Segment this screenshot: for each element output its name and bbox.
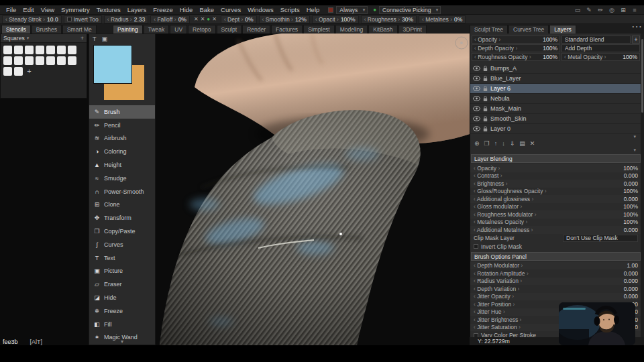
invert-clip-mask-row[interactable]: Invert Clip Mask (470, 243, 641, 251)
lock-icon[interactable] (483, 106, 488, 112)
tool-text[interactable]: TText (89, 251, 155, 265)
text-tool-icon[interactable]: T (93, 36, 97, 42)
tab-modeling[interactable]: Modeling (335, 25, 368, 34)
lock-icon[interactable] (483, 66, 488, 72)
menu-view[interactable]: View (38, 6, 58, 13)
lock-icon[interactable] (483, 96, 488, 102)
lock-icon[interactable] (483, 126, 488, 132)
stencil-swatch[interactable] (25, 56, 34, 65)
roughness-value[interactable]: 30% (402, 16, 413, 23)
add-stencil-icon[interactable]: + (80, 35, 84, 42)
param-brightness[interactable]: Brightness0.000 (470, 180, 641, 188)
merge-down-icon[interactable]: ⇓ (510, 140, 515, 147)
lock-icon[interactable] (483, 76, 488, 82)
tool-transform[interactable]: ✥Transform (89, 211, 155, 225)
tool-curves[interactable]: ∫Curves (89, 238, 155, 251)
roughness-control[interactable]: Roughness 30% (361, 15, 417, 23)
clip-mask-dropdown[interactable]: Don't Use Clip Mask (563, 235, 638, 242)
stencil-swatch[interactable] (3, 46, 12, 54)
collapse-caret-icon[interactable]: ▾ (633, 147, 636, 152)
always-dropdown[interactable]: Always (336, 6, 368, 14)
menu-hide[interactable]: Hide (176, 6, 197, 13)
layer-row-nebula[interactable]: Nebula (470, 94, 641, 104)
layer-row-mask-main[interactable]: Mask_Main (470, 104, 641, 114)
falloff-control[interactable]: Falloff 0% (150, 15, 190, 23)
metal-opacity-value[interactable]: 100% (621, 54, 637, 60)
param-gloss-modulator[interactable]: Gloss modulator100% (470, 203, 641, 211)
tab-simplest[interactable]: Simplest (303, 25, 335, 34)
param-additional-metalness[interactable]: Additional Metalness0.000 (470, 226, 641, 234)
param-value[interactable]: 0.000 (624, 293, 638, 300)
scroll-more-icon[interactable]: ▾ (89, 339, 155, 345)
layout-icon[interactable]: ⊞ (619, 7, 627, 13)
param-metalness-opacity[interactable]: Metalness Opacity100% (470, 219, 641, 227)
scrollbar-thumb[interactable] (641, 39, 643, 113)
layer-folder-icon[interactable]: ▤ (519, 140, 525, 147)
param-value[interactable]: 0.000 (624, 180, 638, 187)
metalness-value[interactable]: 0% (454, 16, 462, 23)
param-value[interactable]: 100% (623, 165, 638, 172)
visibility-icon[interactable] (473, 116, 480, 121)
invert-toggle[interactable]: Invert Too (64, 15, 102, 23)
swatch-cross-icon[interactable]: ✕ (212, 16, 217, 22)
param-depth-modulator[interactable]: Depth Modulator1.00 (470, 262, 641, 270)
tab-render[interactable]: Render (242, 25, 270, 34)
pen-icon[interactable]: ✎ (585, 7, 593, 13)
tool-coloring[interactable]: ◑Coloring (89, 145, 155, 158)
brush-options-header[interactable]: Brush Options Panel (471, 252, 641, 261)
stencil-swatch[interactable] (57, 46, 66, 54)
param-additional-glossiness[interactable]: Additional glossiness0.000 (470, 195, 641, 203)
move-layer-up-icon[interactable]: ↑ (494, 140, 498, 147)
swatch-cross-icon[interactable]: ✕ (194, 16, 199, 22)
menu-windows[interactable]: Windows (244, 6, 277, 13)
layer-blending-header[interactable]: Layer Blending (471, 154, 641, 163)
visibility-icon[interactable] (473, 126, 480, 131)
tool-clone[interactable]: ⊞Clone (89, 198, 155, 212)
metal-opacity-spinner[interactable]: Metal Opacity 100% (561, 53, 640, 61)
tab-sculpt-tree[interactable]: Sculpt Tree (470, 25, 508, 34)
menu-bake[interactable]: Bake (196, 6, 217, 13)
layer-opacity-value[interactable]: 100% (541, 36, 557, 43)
tab-stencils[interactable]: Stencils (1, 25, 31, 34)
stencil-swatch[interactable] (25, 46, 34, 54)
param-roughness-modulator[interactable]: Roughness Modulator100% (470, 210, 641, 219)
add-stencil-button[interactable]: + (25, 67, 34, 76)
active-color-icon[interactable]: ● (207, 16, 210, 22)
visibility-icon[interactable] (473, 76, 480, 81)
depth-control[interactable]: Dept 0% (221, 15, 257, 23)
param-value[interactable]: 0.000 (624, 286, 638, 292)
depth-opacity-value[interactable]: 100% (541, 45, 557, 52)
chevron-down-icon[interactable]: ▾ (27, 36, 30, 41)
menu-file[interactable]: File (3, 6, 19, 13)
param-value[interactable]: 100% (623, 203, 638, 210)
new-layer-icon[interactable]: ⊕ (474, 140, 480, 147)
depth-blend-dropdown[interactable]: Add Depth (561, 44, 640, 52)
param-value[interactable]: 100% (623, 219, 638, 225)
param-value[interactable]: 0.000 (624, 270, 638, 277)
stencil-swatch[interactable] (14, 67, 23, 76)
tab-factures[interactable]: Factures (271, 25, 303, 34)
param-rotation-amplitude[interactable]: Rotation Amplitude0.000 (470, 269, 641, 278)
radius-control[interactable]: Radius 2.33 (104, 15, 148, 23)
duplicate-layer-icon[interactable]: ❐ (484, 140, 490, 147)
display-icon[interactable]: ▭ (574, 7, 582, 13)
primary-color-swatch[interactable] (93, 45, 132, 84)
stencils-header[interactable]: Squares ▾ + (1, 34, 87, 43)
tab-3dprint[interactable]: 3DPrint (398, 25, 427, 34)
tool-pencil[interactable]: ✏Pencil (89, 119, 155, 132)
menu-textures[interactable]: Textures (93, 6, 124, 13)
tool-smudge[interactable]: ≈Smudge (89, 172, 155, 185)
add-button[interactable]: + (632, 36, 640, 44)
tab-layers[interactable]: Layers (549, 25, 576, 34)
tab-kitbash[interactable]: KitBash (368, 25, 397, 34)
param-contrast[interactable]: Contrast0.000 (470, 172, 641, 180)
param-value[interactable]: 0.000 (624, 278, 638, 284)
tab-painting[interactable]: Painting (113, 25, 143, 34)
record-icon[interactable] (328, 7, 333, 13)
panel-menu-icon[interactable]: ⋯ (631, 20, 642, 33)
param-value[interactable]: 0.000 (624, 227, 638, 233)
tab-sculpt[interactable]: Sculpt (217, 25, 242, 34)
layer-row-smooth-skin[interactable]: Smooth_Skin (470, 114, 641, 124)
depth-value[interactable]: 0% (245, 16, 253, 23)
blend-mode-dropdown[interactable]: Standard Blend (561, 36, 631, 44)
